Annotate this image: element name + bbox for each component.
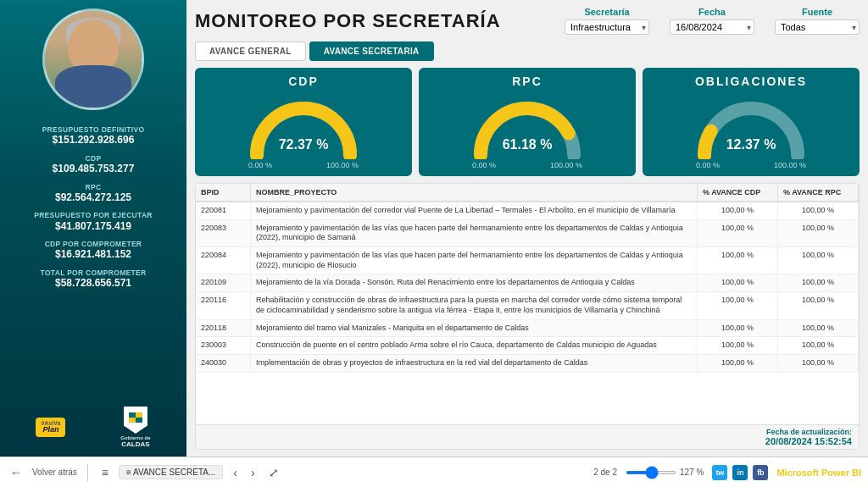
fecha-filter: Fecha 16/08/2024 [670,7,754,35]
sidebar: PRESUPUESTO DEFINITIVO $151.292.928.696 … [0,0,186,457]
cell-rpc: 100,00 % [778,292,859,318]
rpc-max-label: 100.00 % [550,161,582,169]
stat-label: CDP [8,154,178,163]
cdp-max-label: 100.00 % [326,161,359,169]
rpc-gauge-card: RPC 61.18 % 0.00 % 100.00 % [419,68,636,176]
stat-label: PRESUPUESTO POR EJECUTAR [8,211,178,219]
table-row: 220109 Mejoramiento de la vía Dorada - S… [196,274,859,292]
update-date: Fecha de actualización: 20/08/2024 15:52… [765,428,852,446]
page-tab[interactable]: ≡ AVANCE SECRETA... [119,465,223,479]
cell-rpc: 100,00 % [778,337,859,354]
nav-right[interactable]: › [248,464,259,481]
col-nombre: NOMBRE_PROYECTO [251,184,698,201]
stat-label: TOTAL POR COMPROMETER [8,268,178,277]
cell-nombre: Mejoramiento y pavimentación de las vías… [251,220,698,246]
rpc-gauge-labels: 0.00 % 100.00 % [472,161,582,169]
cell-bpid: 220118 [196,320,251,337]
expand-button[interactable]: ⤢ [265,464,282,481]
secretaria-select[interactable]: Infraestructura [565,19,649,35]
svg-rect-1 [129,418,136,423]
cell-rpc: 100,00 % [778,220,859,246]
table-header: BPID NOMBRE_PROYECTO % AVANCE CDP % AVAN… [196,184,859,202]
back-label: Volver atrás [32,468,77,477]
col-rpc: % AVANCE RPC [778,184,859,201]
stat-label: CDP POR COMPROMETER [8,240,178,248]
col-bpid: BPID [196,184,251,201]
gobierno-caldas-logo: Gobierno de CALDAS [120,407,150,448]
powerbi-logo: Microsoft Power BI [776,468,861,478]
projects-table: BPID NOMBRE_PROYECTO % AVANCE CDP % AVAN… [195,183,860,450]
cell-bpid: 220084 [196,247,251,274]
svg-text:12.37 %: 12.37 % [726,137,776,152]
cell-cdp: 100,00 % [698,337,778,354]
stat-value: $151.292.928.696 [8,134,178,147]
zoom-slider[interactable] [626,471,676,474]
nav-left[interactable]: ‹ [230,464,241,481]
tab-avance-secretaria[interactable]: AVANCE SECRETARIA [309,42,434,61]
cell-bpid: 240030 [196,355,251,372]
cell-cdp: 100,00 % [698,202,778,219]
table-row: 220083 Mejoramiento y pavimentación de l… [196,220,859,247]
cell-cdp: 100,00 % [698,247,778,274]
sidebar-logos: #AsiVa Plan Gobierno de CALDAS [8,398,178,448]
obligaciones-gauge: 12.37 % [696,91,806,159]
fecha-select[interactable]: 16/08/2024 [670,19,754,35]
nav-prev-page[interactable]: ≡ [98,464,112,481]
cell-nombre: Mejoramiento y pavimentación de las vías… [251,247,698,274]
fuente-filter: Fuente Todas [775,7,860,35]
page-info: 2 de 2 [593,468,617,477]
table-footer: Fecha de actualización: 20/08/2024 15:52… [196,424,859,449]
secretaria-label: Secretaría [584,7,629,17]
header: MONITOREO POR SECRETARÍA Secretaría Infr… [195,7,860,35]
facebook-icon[interactable]: fb [753,465,768,480]
cdp-title: CDP [288,75,319,88]
gauge-row: CDP 72.37 % 0.00 % 100.00 % [195,68,860,176]
cell-rpc: 100,00 % [778,247,859,274]
cell-bpid: 230003 [196,337,251,354]
cell-cdp: 100,00 % [698,220,778,246]
rpc-title: RPC [512,75,542,88]
stat-value: $16.921.481.152 [8,248,178,262]
filter-group: Secretaría Infraestructura Fecha 16/08/2… [565,7,860,35]
cell-cdp: 100,00 % [698,355,778,372]
fuente-select[interactable]: Todas [775,19,860,35]
update-label: Fecha de actualización: [765,428,852,436]
cell-rpc: 100,00 % [778,202,859,219]
obligaciones-gauge-card: OBLIGACIONES 12.37 % 0.00 % 100.00 % [643,68,860,176]
cdp-gauge-card: CDP 72.37 % 0.00 % 100.00 % [195,68,412,176]
obligaciones-max-label: 100.00 % [774,161,806,169]
page-title: MONITOREO POR SECRETARÍA [195,10,551,32]
twitter-icon[interactable]: tw [712,465,727,480]
cell-nombre: Mejoramiento y pavimentación del corredo… [251,202,698,219]
fuente-label: Fuente [802,7,832,17]
zoom-level: 127 % [680,468,704,477]
bottom-right: 2 de 2 127 % tw in fb Microsoft Power BI [593,465,861,480]
stat-value: $109.485.753.277 [8,163,178,176]
table-row: 220118 Mejoramiento del tramo vial Maniz… [196,320,859,338]
tabs: AVANCE GENERAL AVANCE SECRETARIA [195,42,860,61]
stat-label: PRESUPUESTO DEFINITIVO [8,125,178,134]
svg-rect-2 [136,412,142,418]
stat-value: $92.564.272.125 [8,191,178,205]
cell-bpid: 220116 [196,292,251,318]
cell-rpc: 100,00 % [778,274,859,291]
back-button[interactable]: ← [7,464,25,481]
obligaciones-gauge-labels: 0.00 % 100.00 % [696,161,806,169]
secretaria-filter: Secretaría Infraestructura [565,7,649,35]
cdp-min-label: 0.00 % [248,161,272,169]
rpc-min-label: 0.00 % [472,161,496,169]
cell-nombre: Mejoramiento de la vía Dorada - Sonsón, … [251,274,698,291]
stat-value: $41.807.175.419 [8,220,178,234]
table-row: 220084 Mejoramiento y pavimentación de l… [196,247,859,274]
tab-avance-general[interactable]: AVANCE GENERAL [195,42,306,61]
svg-text:72.37 %: 72.37 % [279,137,329,152]
cell-nombre: Construcción de puente en el centro pobl… [251,337,698,354]
linkedin-icon[interactable]: in [732,465,748,480]
stat-label: RPC [8,183,178,191]
obligaciones-min-label: 0.00 % [696,161,720,169]
cell-nombre: Implementación de obras y proyectos de i… [251,355,698,372]
sidebar-stats: PRESUPUESTO DEFINITIVO $151.292.928.696 … [8,119,178,291]
cell-rpc: 100,00 % [778,320,859,337]
table-row: 230003 Construcción de puente en el cent… [196,337,859,355]
cell-bpid: 220081 [196,202,251,219]
